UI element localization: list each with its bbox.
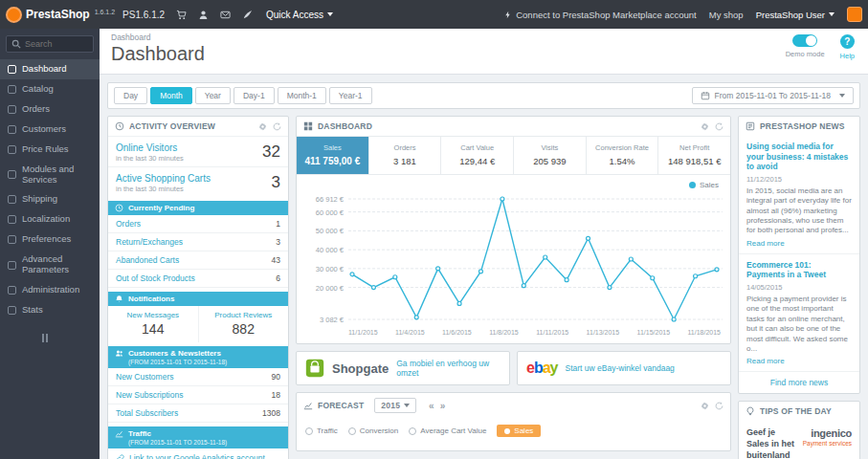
my-shop-link[interactable]: My shop xyxy=(709,10,744,20)
filter-month-1-button[interactable]: Month-1 xyxy=(278,87,326,104)
pending-row[interactable]: Out of Stock Products6 xyxy=(108,270,288,288)
avatar[interactable] xyxy=(847,7,862,22)
ebay-promo-link[interactable]: Start uw eBay-winkel vandaag xyxy=(566,363,675,373)
sidebar-item-modules[interactable]: Modules and Services xyxy=(0,160,100,190)
date-range-picker[interactable]: From 2015-11-01 To 2015-11-18 xyxy=(692,87,854,104)
row-label[interactable]: New Customers xyxy=(116,372,173,382)
gear-icon[interactable] xyxy=(701,402,709,410)
forecast-legend-traffic[interactable]: Traffic xyxy=(305,426,338,435)
y-tick: 50 000 € xyxy=(316,227,344,235)
gear-icon[interactable] xyxy=(258,122,267,131)
ingenico-brand-sub: Payment services xyxy=(803,440,852,447)
rocket-icon[interactable] xyxy=(242,10,253,20)
sidebar-item-dashboard[interactable]: Dashboard xyxy=(0,59,100,79)
chart-legend: Sales xyxy=(297,175,730,189)
forecast-legend-conversion[interactable]: Conversion xyxy=(348,426,398,435)
article-title-link[interactable]: Using social media for your business: 4 … xyxy=(746,142,852,172)
shopgate-brand: Shopgate xyxy=(332,361,389,376)
sidebar-item-orders[interactable]: Orders xyxy=(0,99,100,120)
google-analytics-link[interactable]: Link to your Google Analytics account xyxy=(108,448,288,459)
customers-row[interactable]: New Customers90 xyxy=(108,368,288,386)
filter-day-button[interactable]: Day xyxy=(114,87,147,104)
sidebar-item-stats[interactable]: Stats xyxy=(0,300,100,320)
sidebar-item-label: Customers xyxy=(22,124,66,135)
forecast-year-select[interactable]: 2015 xyxy=(374,398,416,413)
pending-row[interactable]: Orders1 xyxy=(108,215,288,233)
sidebar-item-shipping[interactable]: Shipping xyxy=(0,189,100,209)
active-carts-link[interactable]: Active Shopping Carts xyxy=(116,173,211,184)
sidebar-item-label: Advanced Parameters xyxy=(22,254,92,275)
kpi-label: Orders xyxy=(371,143,439,152)
shopgate-promo[interactable]: Shopgate Ga mobiel en verhoog uw omzet xyxy=(296,351,510,385)
search-icon xyxy=(11,39,21,49)
row-label[interactable]: Out of Stock Products xyxy=(116,273,195,283)
sidebar-item-localization[interactable]: Localization xyxy=(0,209,100,230)
sidebar-item-price-rules[interactable]: Price Rules xyxy=(0,140,100,160)
find-more-news-link[interactable]: Find more news xyxy=(739,372,859,393)
prev-year-button[interactable]: « xyxy=(429,401,434,411)
customers-icon[interactable] xyxy=(198,10,209,20)
online-visitors-link[interactable]: Online Visitors xyxy=(116,142,177,153)
customers-row[interactable]: New Subscriptions18 xyxy=(108,386,288,404)
pending-row[interactable]: Return/Exchanges3 xyxy=(108,233,288,251)
sidebar-item-administration[interactable]: Administration xyxy=(0,280,100,300)
x-tick: 11/1/2015 xyxy=(348,329,378,336)
x-tick: 11/13/2015 xyxy=(587,329,620,336)
new-messages[interactable]: New Messages 144 xyxy=(108,306,199,342)
refresh-icon[interactable] xyxy=(715,122,723,131)
read-more-link[interactable]: Read more xyxy=(746,357,785,365)
pending-row[interactable]: Abandoned Carts43 xyxy=(108,251,288,270)
forecast-legend-sales[interactable]: Sales xyxy=(497,425,541,437)
filter-year-1-button[interactable]: Year-1 xyxy=(329,87,372,104)
pending-section-header: Currently Pending xyxy=(108,201,288,215)
kpi-visits[interactable]: Visits205 939 xyxy=(514,137,587,174)
ebay-promo[interactable]: ebay Start uw eBay-winkel vandaag xyxy=(517,351,731,385)
read-more-link[interactable]: Read more xyxy=(746,239,785,248)
next-year-button[interactable]: » xyxy=(440,401,446,411)
filter-month-button[interactable]: Month xyxy=(150,87,192,104)
filter-year-button[interactable]: Year xyxy=(195,87,231,104)
row-label[interactable]: Return/Exchanges xyxy=(116,237,183,247)
product-reviews[interactable]: Product Reviews 882 xyxy=(199,306,289,342)
catalog-icon xyxy=(8,85,16,94)
row-label[interactable]: New Subscriptions xyxy=(116,390,183,400)
row-label[interactable]: Total Subscribers xyxy=(116,408,178,418)
cart-icon[interactable] xyxy=(176,10,187,20)
row-label[interactable]: Orders xyxy=(116,219,141,229)
sidebar-item-customers[interactable]: Customers xyxy=(0,120,100,140)
kpi-orders[interactable]: Orders3 181 xyxy=(369,137,442,174)
kpi-cart-value[interactable]: Cart Value129,44 € xyxy=(441,137,514,174)
sidebar-item-advanced-parameters[interactable]: Advanced Parameters xyxy=(0,250,100,280)
kpi-value: 3 181 xyxy=(371,156,439,166)
messages-icon[interactable] xyxy=(220,10,231,20)
kpi-value: 129,44 € xyxy=(443,156,511,166)
quick-access-menu[interactable]: Quick Access xyxy=(266,10,333,20)
demo-mode-label: Demo mode xyxy=(786,50,825,58)
kpi-net-profit[interactable]: Net Profit148 918,51 € xyxy=(658,137,730,174)
forecast-legend-avg-cart-value[interactable]: Average Cart Value xyxy=(409,426,486,435)
search-input[interactable] xyxy=(25,39,84,49)
refresh-icon[interactable] xyxy=(273,122,281,131)
shopgate-promo-link[interactable]: Ga mobiel en verhoog uw omzet xyxy=(396,359,501,378)
chart-plot-area[interactable] xyxy=(348,193,723,327)
help-icon[interactable]: ? xyxy=(840,34,855,49)
topbar: PrestaShop 1.6.1.2 PS1.6.1.2 Quick Acces… xyxy=(0,0,868,29)
customers-row[interactable]: Total Subscribers1308 xyxy=(108,404,288,423)
filter-day-1-button[interactable]: Day-1 xyxy=(234,87,275,104)
gear-icon[interactable] xyxy=(701,122,709,131)
kpi-sales[interactable]: Sales411 759,00 € xyxy=(297,137,369,174)
user-menu[interactable]: PrestaShop User xyxy=(756,10,835,20)
sidebar-item-preferences[interactable]: Preferences xyxy=(0,230,100,250)
row-label[interactable]: Abandoned Carts xyxy=(116,255,179,265)
sidebar-collapse-button[interactable] xyxy=(42,334,100,342)
chart-line-icon xyxy=(303,401,313,410)
sidebar-item-catalog[interactable]: Catalog xyxy=(0,79,100,99)
kpi-conversion-rate[interactable]: Conversion Rate1.54% xyxy=(587,137,659,174)
article-title-link[interactable]: Ecommerce 101: Payments in a Tweet xyxy=(746,260,852,280)
refresh-icon[interactable] xyxy=(715,402,723,410)
marketplace-link[interactable]: Connect to PrestaShop Marketplace accoun… xyxy=(503,10,697,20)
x-tick: 11/6/2015 xyxy=(442,329,472,336)
demo-mode-toggle[interactable] xyxy=(792,34,817,47)
y-tick: 40 000 € xyxy=(316,246,344,254)
prestashop-logo[interactable]: PrestaShop 1.6.1.2 xyxy=(6,7,115,23)
